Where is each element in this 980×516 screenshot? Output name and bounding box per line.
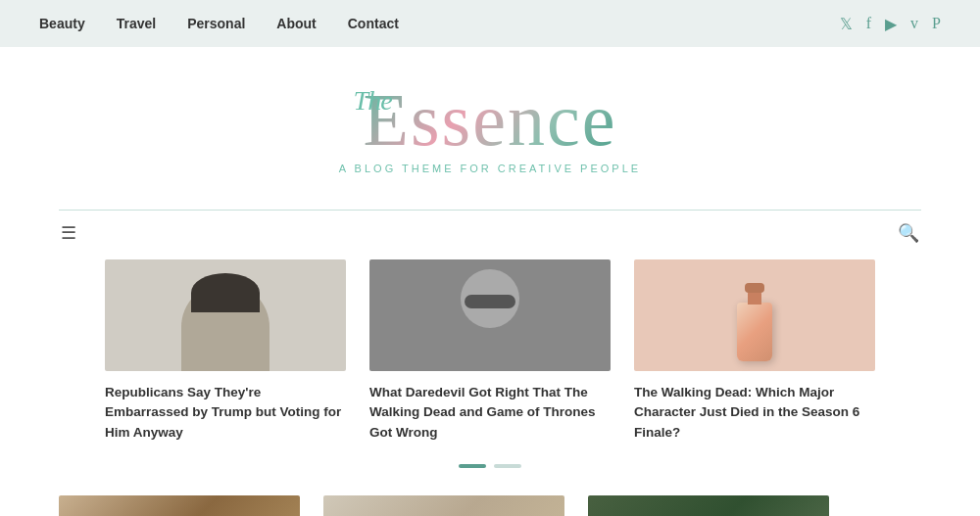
nav-beauty[interactable]: Beauty bbox=[39, 16, 85, 31]
site-tagline: A Blog Theme for Creative People bbox=[0, 163, 980, 174]
nav-travel[interactable]: Travel bbox=[117, 16, 156, 31]
content-toolbar: ☰ 🔍 bbox=[0, 211, 980, 259]
article-card-3: The Walking Dead: Which Major Character … bbox=[634, 259, 875, 443]
article-thumbnail-woman-hat bbox=[105, 259, 346, 371]
perfume-bottle-graphic bbox=[737, 303, 772, 361]
site-title: The Essence bbox=[364, 82, 617, 157]
article-card-2: What Daredevil Got Right That The Walkin… bbox=[369, 259, 611, 443]
pagination bbox=[0, 464, 980, 484]
the-prefix: The bbox=[354, 87, 392, 115]
social-icons: 𝕏 f ▶ v P bbox=[840, 15, 941, 33]
menu-toggle-icon[interactable]: ☰ bbox=[61, 222, 76, 244]
article-image-3[interactable] bbox=[634, 259, 875, 371]
search-icon[interactable]: 🔍 bbox=[898, 222, 919, 244]
bottom-thumb-2[interactable] bbox=[323, 495, 564, 516]
pagination-dot-1[interactable] bbox=[459, 464, 486, 468]
vimeo-icon[interactable]: v bbox=[910, 15, 918, 32]
pagination-dot-2[interactable] bbox=[494, 464, 521, 468]
facebook-icon[interactable]: f bbox=[866, 15, 871, 32]
article-title-1[interactable]: Republicans Say They're Embarrassed by T… bbox=[105, 383, 346, 443]
article-title-2[interactable]: What Daredevil Got Right That The Walkin… bbox=[369, 383, 611, 443]
bottom-thumbnails-row bbox=[0, 484, 980, 516]
site-header: The Essence A Blog Theme for Creative Pe… bbox=[0, 47, 980, 194]
article-title-3[interactable]: The Walking Dead: Which Major Character … bbox=[634, 383, 875, 443]
nav-about[interactable]: About bbox=[276, 16, 316, 31]
nav-personal[interactable]: Personal bbox=[187, 16, 245, 31]
navigation: Beauty Travel Personal About Contact 𝕏 f… bbox=[0, 0, 980, 47]
article-card-1: Republicans Say They're Embarrassed by T… bbox=[105, 259, 346, 443]
articles-grid: Republicans Say They're Embarrassed by T… bbox=[0, 259, 980, 443]
article-image-1[interactable] bbox=[105, 259, 346, 371]
bottom-thumb-3[interactable] bbox=[588, 495, 829, 516]
site-name: Essence bbox=[364, 78, 617, 161]
pinterest-icon[interactable]: P bbox=[932, 15, 941, 32]
youtube-icon[interactable]: ▶ bbox=[885, 15, 897, 33]
twitter-icon[interactable]: 𝕏 bbox=[840, 15, 853, 33]
bottom-thumb-1[interactable] bbox=[59, 495, 300, 516]
article-image-2[interactable] bbox=[369, 259, 611, 371]
nav-contact[interactable]: Contact bbox=[348, 16, 399, 31]
article-thumbnail-woman-bw bbox=[369, 259, 611, 371]
nav-links: Beauty Travel Personal About Contact bbox=[39, 15, 399, 32]
article-thumbnail-perfume bbox=[634, 259, 875, 371]
